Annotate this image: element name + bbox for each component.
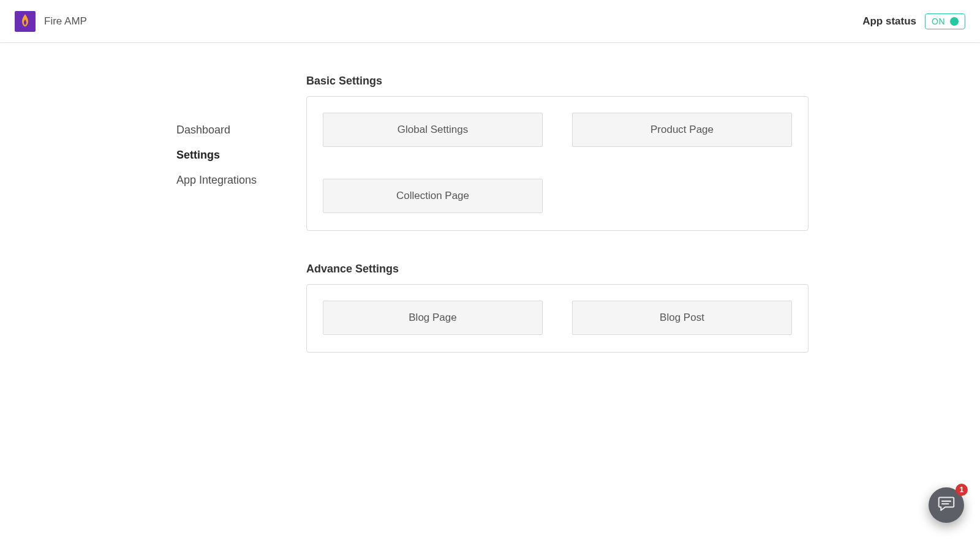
sidebar-item-label: Dashboard xyxy=(176,124,230,136)
tile-collection-page[interactable]: Collection Page xyxy=(323,179,543,213)
tile-label: Global Settings xyxy=(398,124,468,136)
layout-grid: Dashboard Settings App Integrations Basi… xyxy=(0,73,809,384)
tile-global-settings[interactable]: Global Settings xyxy=(323,113,543,147)
basic-settings-title: Basic Settings xyxy=(306,75,809,88)
app-status-label: App status xyxy=(862,15,916,28)
status-dot-icon xyxy=(950,17,959,26)
tile-label: Collection Page xyxy=(396,190,469,202)
app-status-toggle[interactable]: ON xyxy=(925,13,965,29)
basic-settings-box: Global Settings Product Page Collection … xyxy=(306,96,809,231)
page-body: Dashboard Settings App Integrations Basi… xyxy=(0,43,980,384)
header-left: Fire AMP xyxy=(15,11,87,32)
sidebar-nav: Dashboard Settings App Integrations xyxy=(0,73,306,384)
app-header: Fire AMP App status ON xyxy=(0,0,980,43)
flame-icon xyxy=(19,14,31,29)
app-name: Fire AMP xyxy=(44,15,87,28)
chat-button[interactable]: 1 xyxy=(929,487,964,523)
tile-label: Product Page xyxy=(650,124,714,136)
tile-product-page[interactable]: Product Page xyxy=(572,113,792,147)
sidebar-item-dashboard[interactable]: Dashboard xyxy=(176,118,306,143)
tile-blog-post[interactable]: Blog Post xyxy=(572,301,792,335)
advance-settings-box: Blog Page Blog Post xyxy=(306,284,809,353)
settings-content: Basic Settings Global Settings Product P… xyxy=(306,73,809,384)
advance-settings-title: Advance Settings xyxy=(306,263,809,276)
tile-label: Blog Page xyxy=(409,312,456,324)
sidebar-item-settings[interactable]: Settings xyxy=(176,143,306,168)
chat-badge: 1 xyxy=(956,484,968,496)
sidebar-item-label: App Integrations xyxy=(176,174,257,186)
header-right: App status ON xyxy=(862,13,965,29)
app-status-value: ON xyxy=(932,17,945,26)
app-logo xyxy=(15,11,36,32)
chat-icon xyxy=(938,496,955,514)
sidebar-item-app-integrations[interactable]: App Integrations xyxy=(176,168,306,193)
sidebar-item-label: Settings xyxy=(176,149,220,161)
tile-label: Blog Post xyxy=(660,312,704,324)
tile-blog-page[interactable]: Blog Page xyxy=(323,301,543,335)
